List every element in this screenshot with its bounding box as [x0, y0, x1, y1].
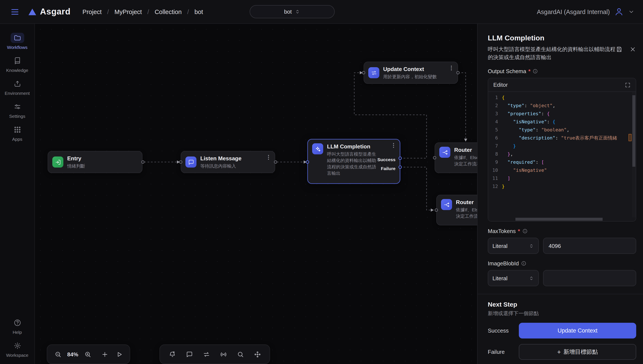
- editor-body[interactable]: 123456789101112 { "type": "object", "pro…: [488, 92, 636, 217]
- node-subtitle: 情緒判斷: [67, 163, 85, 169]
- sparkle-icon: [312, 143, 323, 154]
- node-title: LLM Completion: [327, 143, 377, 150]
- select-value: Literal: [492, 242, 508, 249]
- swap-arrows-icon[interactable]: [199, 347, 214, 362]
- sidebar-label: Environment: [5, 90, 30, 96]
- node-title: Update Context: [383, 66, 437, 72]
- imageblobid-label-row: ImageBlobId: [488, 260, 636, 266]
- sidebar-item-help[interactable]: Help: [2, 315, 33, 338]
- port-success[interactable]: Success: [378, 157, 396, 162]
- menu-icon[interactable]: [8, 5, 21, 18]
- breadcrumb-myproject[interactable]: MyProject: [114, 8, 142, 15]
- sidebar-item-workflows[interactable]: Workflows: [2, 30, 33, 53]
- editor-header: Editor: [488, 78, 636, 92]
- sidebar: Workflows Knowledge Environment Settings…: [0, 24, 35, 364]
- breadcrumb-project[interactable]: Project: [82, 8, 102, 15]
- info-icon[interactable]: [521, 261, 526, 266]
- logo-text: Asgard: [40, 7, 70, 16]
- sidebar-item-knowledge[interactable]: Knowledge: [2, 53, 33, 76]
- breadcrumb-bot[interactable]: bot: [194, 8, 203, 15]
- account-label: AsgardAI (Asgard Internal): [537, 8, 610, 15]
- node-listen-message[interactable]: Listen Message 等待訊息內容輸入 ⋮: [181, 151, 275, 173]
- sidebar-label: Help: [12, 330, 22, 335]
- info-icon[interactable]: [522, 228, 528, 234]
- zoom-level: 84%: [65, 351, 80, 358]
- app-root: Asgard Project / MyProject / Collection …: [0, 0, 643, 364]
- node-subtitle: 等待訊息內容輸入: [200, 163, 242, 169]
- next-step-subtitle: 新增或選擇下一個節點: [488, 310, 636, 317]
- tray-up-icon: [10, 79, 24, 89]
- sliders-icon: [10, 102, 24, 112]
- hscroll-thumb[interactable]: [516, 218, 602, 221]
- sidebar-label: Settings: [9, 114, 25, 119]
- expand-icon[interactable]: [625, 82, 631, 88]
- sidebar-item-apps[interactable]: Apps: [2, 122, 33, 144]
- app-logo[interactable]: Asgard: [28, 7, 70, 16]
- node-config-panel: LLM Completion 呼叫大型語言模型並產生結構化的資料輸出以輔助流程的…: [477, 24, 643, 364]
- unfold-more-icon: [528, 275, 534, 281]
- editor-code[interactable]: { "type": "object", "properties": { "isN…: [502, 94, 636, 217]
- output-schema-label-row: Output Schema *: [488, 68, 636, 74]
- zoom-out-icon[interactable]: [50, 347, 65, 362]
- entry-icon: [52, 156, 63, 168]
- chevron-down-icon[interactable]: [628, 8, 634, 15]
- node-update-context[interactable]: Update Context 用於更新內容，初始化變數 ⋮: [364, 62, 458, 84]
- node-menu-icon[interactable]: ⋮: [391, 142, 396, 148]
- maxtokens-mode-select[interactable]: Literal: [488, 238, 539, 254]
- add-node-icon[interactable]: [98, 347, 112, 362]
- folder-icon: [10, 33, 24, 43]
- node-menu-icon[interactable]: ⋮: [266, 154, 271, 160]
- user-icon[interactable]: [614, 7, 624, 16]
- editor-gutter: 123456789101112: [488, 94, 502, 217]
- breadcrumb-separator: /: [187, 8, 189, 15]
- run-workflow-icon[interactable]: [112, 347, 126, 362]
- gear-icon: [10, 340, 24, 351]
- swap-icon: [368, 67, 379, 78]
- search-icon[interactable]: [233, 347, 248, 362]
- sidebar-item-workspace[interactable]: Workspace: [2, 338, 33, 360]
- book-icon: [10, 56, 24, 66]
- imageblobid-mode-select[interactable]: Literal: [488, 270, 539, 286]
- sidebar-item-environment[interactable]: Environment: [2, 76, 33, 99]
- dots-grid-icon: [10, 124, 24, 135]
- schema-editor: Editor 123456789101112 { "type": "object…: [488, 78, 636, 222]
- node-menu-icon[interactable]: ⋮: [449, 65, 454, 70]
- success-target-button[interactable]: Update Context: [519, 323, 636, 338]
- chat-icon: [186, 156, 196, 168]
- zoom-toolbar: 84%: [47, 344, 130, 364]
- imageblobid-label: ImageBlobId: [488, 260, 519, 266]
- logo-triangle-icon: [28, 8, 36, 16]
- button-label: Update Context: [558, 328, 598, 334]
- comment-icon[interactable]: [182, 347, 196, 362]
- breadcrumb-separator: /: [107, 8, 109, 15]
- notification-add-icon[interactable]: [165, 347, 180, 362]
- imageblobid-input[interactable]: [543, 270, 636, 286]
- sidebar-item-settings[interactable]: Settings: [2, 99, 33, 122]
- close-icon[interactable]: [630, 46, 636, 53]
- node-title: Entry: [67, 155, 85, 162]
- failure-add-target-button[interactable]: + 新增目標節點: [519, 344, 636, 360]
- workflow-selector[interactable]: bot: [250, 5, 335, 18]
- port-failure[interactable]: Failure: [381, 166, 396, 171]
- plus-icon: +: [557, 349, 561, 355]
- pan-dots-icon[interactable]: [250, 347, 264, 362]
- editor-hscrollbar[interactable]: [488, 217, 636, 221]
- sidebar-label: Workflows: [7, 45, 28, 50]
- workflow-selector-value: bot: [284, 8, 292, 15]
- node-subtitle: 呼叫大型語言模型並產生結構化的資料輸出以輔助流程的決策或生成自然語言輸出: [327, 151, 377, 176]
- node-entry[interactable]: Entry 情緒判斷: [48, 151, 142, 173]
- maxtokens-input[interactable]: [543, 238, 636, 254]
- breadcrumb-collection[interactable]: Collection: [154, 8, 182, 15]
- branch-icon: [439, 147, 450, 158]
- success-label: Success: [488, 328, 508, 334]
- topbar: Asgard Project / MyProject / Collection …: [0, 0, 643, 24]
- editor-vscrollbar[interactable]: [632, 92, 636, 217]
- zoom-in-icon[interactable]: [80, 347, 95, 362]
- node-llm-completion[interactable]: LLM Completion 呼叫大型語言模型並產生結構化的資料輸出以輔助流程的…: [308, 139, 400, 184]
- info-icon[interactable]: [533, 68, 538, 74]
- broadcast-icon[interactable]: [216, 347, 230, 362]
- failure-step-row: Failure + 新增目標節點: [488, 344, 636, 360]
- vscroll-thumb[interactable]: [632, 95, 635, 167]
- required-asterisk: *: [528, 68, 530, 74]
- save-icon[interactable]: [616, 46, 622, 53]
